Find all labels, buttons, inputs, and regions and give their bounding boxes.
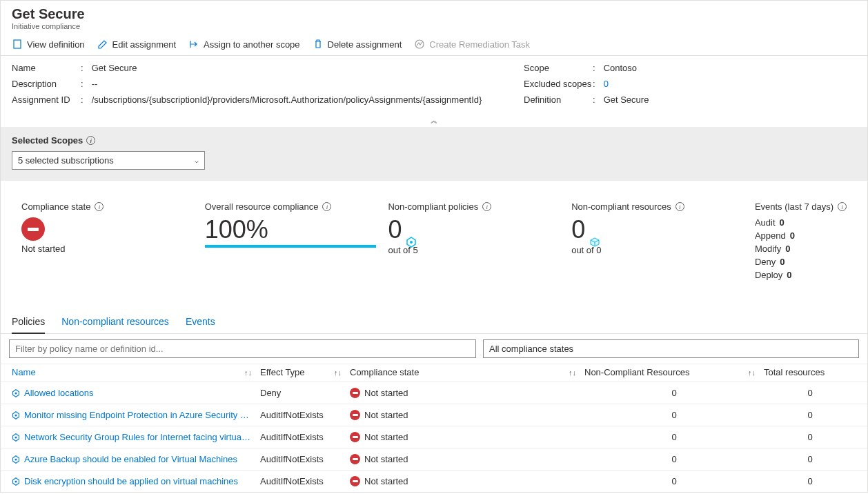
toolbar-label: Assign to another scope: [204, 39, 299, 50]
document-icon: [12, 39, 23, 50]
compliance-state: Not started: [364, 476, 408, 486]
prop-value-name: Get Secure: [92, 63, 137, 73]
prop-label-desc: Description: [12, 79, 81, 89]
prop-value-desc: --: [92, 79, 98, 89]
overall-compliance-card: Overall resource compliancei 100%: [205, 201, 382, 283]
svg-point-6: [15, 392, 17, 394]
assign-arrow-icon: [188, 39, 199, 50]
svg-point-12: [15, 458, 17, 460]
prop-label-name: Name: [12, 63, 81, 73]
info-icon[interactable]: i: [95, 202, 103, 211]
create-remediation-button: Create Remediation Task: [414, 39, 530, 50]
overall-compliance-value: 100%: [205, 217, 382, 242]
policy-name-link[interactable]: Allowed locations: [24, 388, 93, 398]
assign-scope-button[interactable]: Assign to another scope: [188, 39, 299, 50]
toolbar-label: Edit assignment: [112, 39, 177, 50]
events-card: Events (last 7 days)i Audit0 Append0 Mod…: [755, 201, 847, 283]
cube-icon: [589, 227, 600, 238]
event-modify-value: 0: [785, 244, 790, 254]
event-deny-value: 0: [780, 257, 785, 267]
col-header-noncomp[interactable]: Non-Compliant Resources: [584, 367, 689, 377]
sort-icon[interactable]: ↑↓: [569, 368, 576, 377]
noncomp-resources-value: 0: [571, 217, 585, 242]
policy-name-link[interactable]: Disk encryption should be applied on vir…: [24, 476, 238, 486]
prop-label-scope: Scope: [524, 63, 593, 73]
compliance-state: Not started: [364, 454, 408, 464]
effect-type: AuditIfNotExists: [260, 476, 350, 486]
prop-label-aid: Assignment ID: [12, 95, 81, 105]
table-row: Allowed locationsDenyNot started00: [1, 382, 867, 404]
scope-selected-value: 5 selected subscriptions: [18, 155, 114, 166]
noncompliant-policies-card: Non-compliant policiesi 0 out of 5: [388, 201, 564, 283]
noncomp-policies-caption: out of 5: [388, 245, 564, 255]
compliance-state-value: Not started: [21, 244, 198, 254]
page-header: Get Secure Initiative compliance: [1, 1, 867, 33]
prop-label-excl: Excluded scopes: [524, 79, 593, 89]
tab-events[interactable]: Events: [186, 310, 215, 333]
edit-assignment-button[interactable]: Edit assignment: [97, 39, 177, 50]
event-append-label: Append: [755, 230, 786, 241]
policy-name-link[interactable]: Monitor missing Endpoint Protection in A…: [24, 410, 249, 420]
noncompliant-count: 0: [584, 388, 764, 398]
effect-type: AuditIfNotExists: [260, 410, 350, 420]
noncompliant-count: 0: [584, 454, 764, 464]
compliance-bar: [205, 245, 376, 248]
policy-name-link[interactable]: Network Security Group Rules for Interne…: [24, 432, 250, 442]
effect-type: AuditIfNotExists: [260, 454, 350, 464]
prop-value-def: Get Secure: [604, 95, 649, 105]
delete-assignment-button[interactable]: Delete assignment: [313, 39, 402, 50]
toolbar-label: View definition: [27, 39, 85, 50]
total-count: 0: [764, 388, 856, 398]
view-definition-button[interactable]: View definition: [12, 39, 85, 50]
selected-scopes-section: Selected Scopes i 5 selected subscriptio…: [1, 127, 867, 181]
col-header-effect[interactable]: Effect Type: [260, 367, 305, 377]
event-deploy-value: 0: [787, 270, 791, 280]
tab-noncompliant-resources[interactable]: Non-compliant resources: [61, 310, 169, 333]
tab-policies[interactable]: Policies: [12, 310, 45, 334]
event-deny-label: Deny: [755, 257, 776, 267]
prop-value-aid: /subscriptions/{subscriptionId}/provider…: [92, 95, 482, 105]
svg-point-8: [15, 414, 17, 416]
total-count: 0: [764, 454, 856, 464]
prop-value-excluded[interactable]: 0: [604, 79, 609, 89]
info-icon[interactable]: i: [482, 202, 491, 211]
command-toolbar: View definition Edit assignment Assign t…: [1, 33, 867, 56]
noncompliant-count: 0: [584, 432, 764, 442]
info-icon[interactable]: i: [838, 202, 847, 211]
info-icon[interactable]: i: [675, 202, 684, 211]
compliance-state: Not started: [364, 432, 408, 442]
table-row: Monitor missing Endpoint Protection in A…: [1, 404, 867, 426]
col-header-state[interactable]: Compliance state: [350, 367, 419, 377]
stat-title: Events (last 7 days): [755, 201, 834, 212]
event-deploy-label: Deploy: [755, 270, 782, 280]
filters-row: All compliance states: [1, 334, 867, 364]
edit-icon: [97, 39, 108, 50]
stat-title: Overall resource compliance: [205, 201, 319, 212]
chevron-down-icon: ⌵: [195, 157, 199, 164]
policy-filter-input[interactable]: [9, 339, 476, 358]
table-row: Disk encryption should be applied on vir…: [1, 470, 867, 492]
stat-title: Non-compliant policies: [388, 201, 478, 212]
info-icon[interactable]: i: [322, 202, 331, 211]
event-modify-label: Modify: [755, 244, 781, 254]
sort-icon[interactable]: ↑↓: [748, 368, 756, 377]
col-header-name[interactable]: Name: [12, 367, 36, 377]
compliance-state-filter[interactable]: All compliance states: [483, 339, 859, 358]
event-audit-value: 0: [780, 217, 785, 228]
event-audit-label: Audit: [755, 217, 776, 228]
not-started-icon: [350, 388, 360, 398]
policy-name-link[interactable]: Azure Backup should be enabled for Virtu…: [24, 454, 237, 464]
svg-rect-0: [14, 40, 21, 48]
info-icon[interactable]: i: [86, 136, 95, 145]
effect-type: Deny: [260, 388, 350, 398]
sort-icon[interactable]: ↑↓: [334, 368, 342, 377]
collapse-toggle[interactable]: ︽: [1, 115, 867, 127]
policy-hex-icon: [406, 227, 417, 238]
svg-point-14: [15, 480, 17, 482]
scope-selector[interactable]: 5 selected subscriptions ⌵: [12, 151, 205, 170]
not-started-icon: [350, 476, 360, 486]
sort-icon[interactable]: ↑↓: [244, 368, 252, 377]
not-started-icon: [350, 410, 360, 420]
col-header-total[interactable]: Total resources: [764, 367, 825, 377]
total-count: 0: [764, 410, 856, 420]
